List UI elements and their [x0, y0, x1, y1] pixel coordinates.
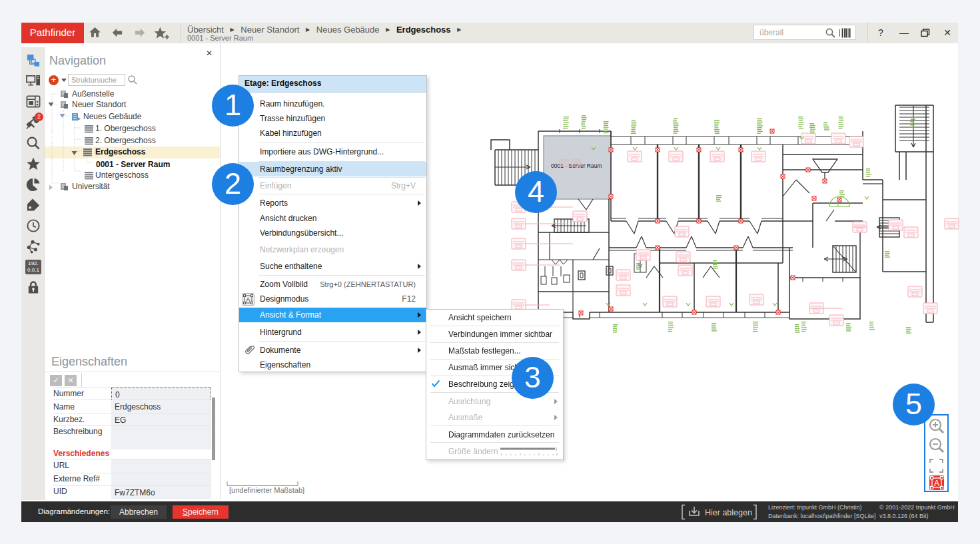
svg-text:0001 - Server Raum: 0001 - Server Raum	[551, 162, 602, 169]
svg-text:A: A	[246, 296, 250, 303]
svg-text:A: A	[934, 479, 939, 488]
svg-text:Hier ablegen: Hier ablegen	[705, 508, 752, 517]
